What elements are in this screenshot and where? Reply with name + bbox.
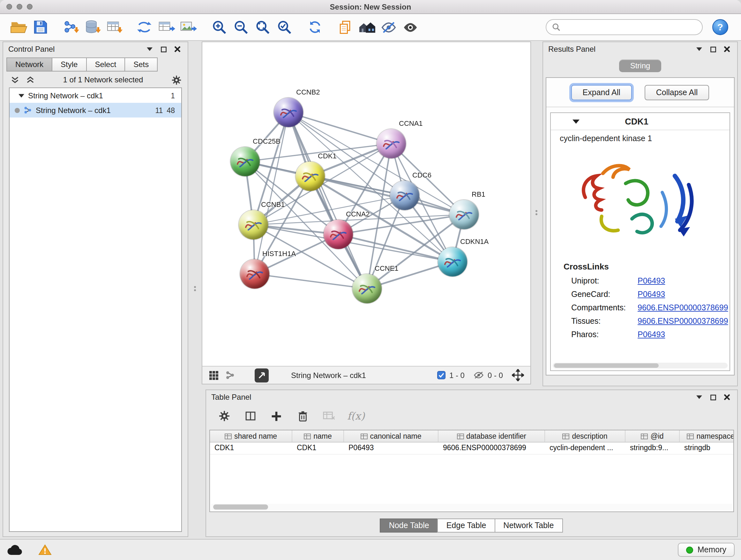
export-table-button[interactable] <box>156 16 178 39</box>
apply-layout-button[interactable] <box>304 16 326 39</box>
column-header--id[interactable]: @id <box>625 430 680 442</box>
expand-all-button[interactable]: Expand All <box>571 85 632 100</box>
float-panel-icon[interactable] <box>158 44 169 54</box>
collapse-all-icon[interactable] <box>10 75 20 85</box>
network-node-CCNB2[interactable] <box>274 98 303 127</box>
tree-expander-icon[interactable] <box>18 94 24 98</box>
birdseye-view-icon[interactable] <box>225 370 235 380</box>
results-horizontal-scrollbar[interactable] <box>553 363 728 368</box>
cybrowser-button[interactable] <box>356 16 378 39</box>
pan-crosshair-icon[interactable] <box>512 369 524 381</box>
crosslink-link[interactable]: P06493 <box>637 330 665 339</box>
grid-icon[interactable] <box>209 370 219 380</box>
selected-nodes-checkbox-icon[interactable] <box>437 371 446 379</box>
export-image-button[interactable] <box>178 16 199 39</box>
network-node-HIST1H1A[interactable] <box>240 259 269 289</box>
zoom-out-button[interactable] <box>230 16 252 39</box>
crosslink-link[interactable]: P06493 <box>637 276 665 285</box>
table-horizontal-scrollbar[interactable] <box>211 504 732 510</box>
memory-button[interactable]: Memory <box>678 543 735 557</box>
import-table-file-button[interactable] <box>104 16 125 39</box>
table-cell[interactable]: stringdb:9... <box>625 442 680 454</box>
float-panel-icon[interactable] <box>708 44 718 54</box>
network-canvas[interactable]: CCNB2CCNA1CDC25BCDK1CDC6RB1CCNB1CCNA2CDK… <box>202 42 530 366</box>
collapse-panel-icon[interactable] <box>694 392 704 402</box>
table-cell[interactable]: 9606.ENSP00000378699 <box>439 442 545 454</box>
table-cell[interactable]: P06493 <box>344 442 439 454</box>
table-settings-button[interactable] <box>216 408 232 424</box>
open-in-window-button[interactable] <box>255 368 269 382</box>
zoom-fit-button[interactable] <box>252 16 273 39</box>
panel-splitter-handle[interactable] <box>535 208 538 217</box>
column-header-shared-name[interactable]: shared name <box>210 430 292 442</box>
search-input[interactable] <box>563 23 696 32</box>
crosslink-link[interactable]: 9606.ENSP00000378699 <box>637 316 728 325</box>
maximize-window-button[interactable] <box>27 4 32 10</box>
column-header-description[interactable]: description <box>545 430 625 442</box>
network-node-CDC25B[interactable] <box>230 147 260 176</box>
gene-section-header[interactable]: CDK1 <box>551 113 730 130</box>
network-collection-row[interactable]: String Network – cdk1 1 <box>10 88 181 103</box>
collapse-panel-icon[interactable] <box>694 44 704 54</box>
collapse-section-icon[interactable] <box>572 119 580 124</box>
table-cell[interactable]: cyclin-dependent ... <box>545 442 625 454</box>
import-network-file-button[interactable] <box>60 16 82 39</box>
open-session-button[interactable] <box>8 16 29 39</box>
network-node-CCNB1[interactable] <box>239 210 268 240</box>
new-network-from-selection-button[interactable] <box>134 16 156 39</box>
table-row[interactable]: CDK1CDK1P064939606.ENSP00000378699cyclin… <box>210 442 733 455</box>
float-panel-icon[interactable] <box>708 392 718 402</box>
crosslink-link[interactable]: 9606.ENSP00000378699 <box>637 303 728 312</box>
network-node-CDKN1A[interactable] <box>438 247 467 276</box>
tab-edge-table[interactable]: Edge Table <box>437 518 495 533</box>
hide-graphics-details-button[interactable] <box>378 16 400 39</box>
close-panel-icon[interactable] <box>172 44 183 54</box>
tab-sets[interactable]: Sets <box>125 57 158 71</box>
network-node-CDC6[interactable] <box>390 181 419 210</box>
tab-network-table[interactable]: Network Table <box>494 518 562 533</box>
tab-select[interactable]: Select <box>86 57 125 71</box>
gear-icon[interactable] <box>171 75 181 85</box>
network-edge[interactable] <box>288 112 367 289</box>
network-node-CDK1[interactable] <box>295 162 325 191</box>
add-column-button[interactable] <box>269 408 284 424</box>
table-cell[interactable]: stringdb <box>680 442 734 454</box>
delete-column-button[interactable] <box>295 408 310 424</box>
column-header-namespace[interactable]: namespace <box>680 430 734 442</box>
collapse-panel-icon[interactable] <box>144 44 154 54</box>
close-window-button[interactable] <box>6 4 12 10</box>
crosslink-link[interactable]: P06493 <box>637 290 665 299</box>
close-panel-icon[interactable] <box>722 392 732 402</box>
column-header-database-identifier[interactable]: database identifier <box>439 430 545 442</box>
zoom-in-button[interactable] <box>208 16 230 39</box>
show-columns-button[interactable] <box>243 408 258 424</box>
zoom-selected-button[interactable] <box>273 16 295 39</box>
minimize-window-button[interactable] <box>17 4 22 10</box>
expand-all-icon[interactable] <box>25 75 35 85</box>
help-button[interactable]: ? <box>711 17 730 37</box>
tab-node-table[interactable]: Node Table <box>380 518 438 533</box>
table-cell[interactable]: CDK1 <box>210 442 292 454</box>
save-session-button[interactable] <box>29 16 51 39</box>
scrollbar-thumb[interactable] <box>213 504 268 509</box>
show-graphics-details-button[interactable] <box>400 16 421 39</box>
network-edge[interactable] <box>255 274 367 289</box>
table-cell[interactable]: CDK1 <box>292 442 344 454</box>
network-node-CCNA1[interactable] <box>377 129 406 159</box>
function-builder-button[interactable]: f(x) <box>347 410 365 422</box>
network-node-RB1[interactable] <box>449 200 479 229</box>
import-network-database-button[interactable] <box>82 16 104 39</box>
cloud-status-icon[interactable] <box>6 545 23 555</box>
network-row[interactable]: String Network – cdk1 11 48 <box>10 103 181 118</box>
hidden-elements-eye-icon[interactable] <box>474 371 484 379</box>
network-edge[interactable] <box>288 112 391 144</box>
column-header-name[interactable]: name <box>292 430 344 442</box>
annotations-button[interactable] <box>334 16 356 39</box>
network-node-CCNA2[interactable] <box>324 220 353 249</box>
tab-string[interactable]: String <box>619 59 661 72</box>
panel-splitter-handle[interactable] <box>193 284 197 293</box>
column-header-canonical-name[interactable]: canonical name <box>344 430 439 442</box>
close-panel-icon[interactable] <box>722 44 732 54</box>
network-node-CCNE1[interactable] <box>352 274 382 303</box>
tab-network[interactable]: Network <box>6 57 52 71</box>
